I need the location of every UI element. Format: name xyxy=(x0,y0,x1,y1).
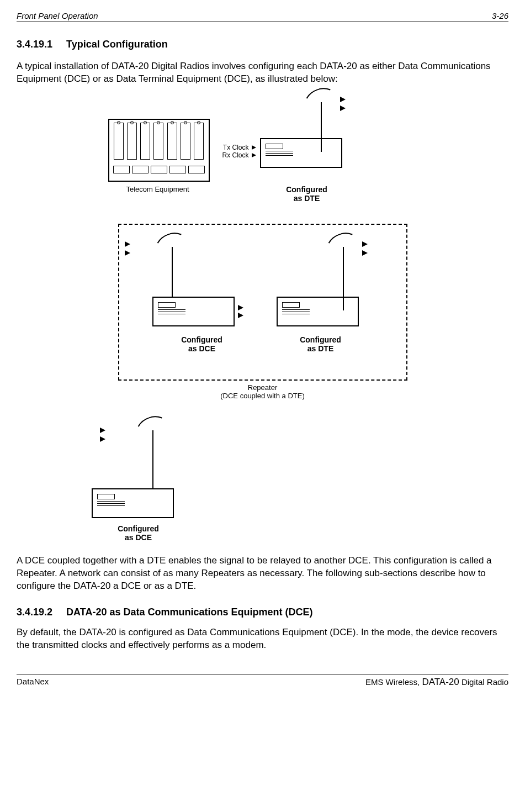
paragraph-2: A DCE coupled together with a DTE enable… xyxy=(17,555,508,593)
telecom-equipment-icon xyxy=(108,119,210,182)
signal-arrows-icon xyxy=(340,97,346,114)
section-number: 3.4.19.1 xyxy=(17,39,52,50)
section-title: DATA-20 as Data Communications Equipment… xyxy=(66,607,312,618)
clock-labels: Tx Clock Rx Clock xyxy=(216,144,249,159)
section2-paragraph: By default, the DATA-20 is configured as… xyxy=(17,626,508,652)
configured-dte-label: Configured as DTE xyxy=(290,335,351,353)
configured-dte-label: Configured as DTE xyxy=(274,185,340,203)
section1-paragraph: A typical installation of DATA-20 Digita… xyxy=(17,60,508,86)
header-left: Front Panel Operation xyxy=(17,11,98,20)
page-footer: DataNex EMS Wireless, DATA-20 Digital Ra… xyxy=(17,674,508,688)
section-number: 3.4.19.2 xyxy=(17,607,52,618)
configured-dce-label: Configured as DCE xyxy=(172,335,232,353)
signal-arrows-icon xyxy=(100,428,105,445)
clock-arrows-icon xyxy=(252,145,256,161)
radio-dce-icon xyxy=(92,488,174,518)
signal-arrows-icon xyxy=(125,241,130,259)
radio-dte-icon xyxy=(277,297,359,326)
section-heading-1: 3.4.19.1 Typical Configuration xyxy=(17,39,508,50)
telecom-label: Telecom Equipment xyxy=(114,185,202,193)
footer-left: DataNex xyxy=(17,677,49,688)
configuration-diagram: Telecom Equipment Tx Clock Rx Clock xyxy=(92,97,434,538)
radio-dte-icon xyxy=(260,138,342,168)
repeater-group: Configured as DCE Configured as DTE xyxy=(118,224,407,381)
link-arrows-icon xyxy=(238,305,243,320)
repeater-label: Repeater (DCE coupled with a DTE) xyxy=(92,383,434,400)
page-header: Front Panel Operation 3-26 xyxy=(17,11,508,22)
radio-dce-icon xyxy=(152,297,235,326)
header-right: 3-26 xyxy=(492,11,508,20)
section-title: Typical Configuration xyxy=(66,39,168,50)
configured-dce-label: Configured as DCE xyxy=(108,524,169,542)
footer-right: EMS Wireless, DATA-20 Digital Radio xyxy=(365,677,508,688)
tx-clock-label: Tx Clock xyxy=(216,144,249,151)
rx-clock-label: Rx Clock xyxy=(216,151,249,159)
section-heading-2: 3.4.19.2 DATA-20 as Data Communications … xyxy=(17,607,508,618)
signal-arrows-icon xyxy=(362,241,368,259)
